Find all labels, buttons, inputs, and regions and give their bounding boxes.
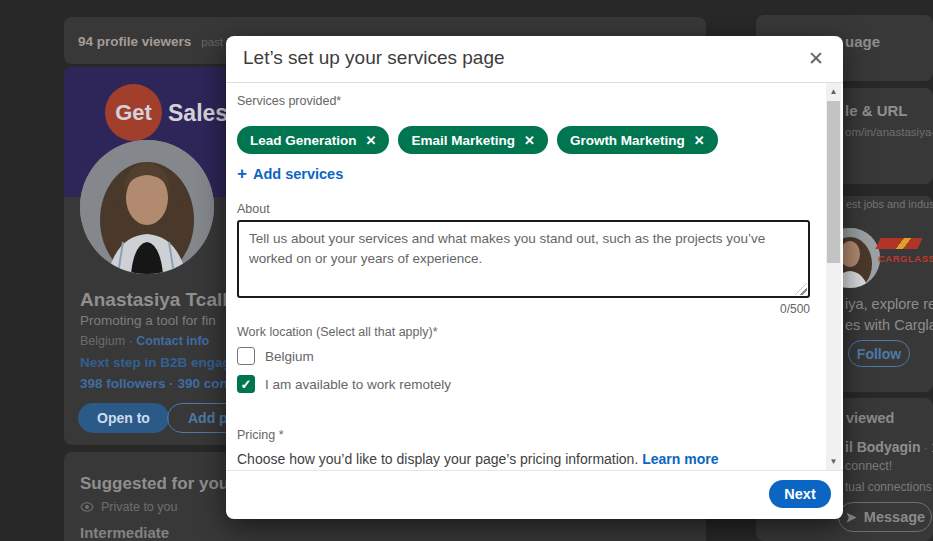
pricing-description-text: Choose how you’d like to display your pa…	[237, 451, 642, 467]
page-root: 94 profile viewerspast 90 da Get Sales A…	[0, 0, 933, 541]
scroll-up-icon[interactable]: ▲	[826, 87, 841, 96]
scroll-down-icon[interactable]: ▼	[826, 457, 841, 466]
public-profile-url-title: le & URL	[845, 102, 908, 119]
plus-icon: +	[237, 164, 247, 184]
carglass-logo: CARGLASS	[878, 238, 933, 264]
checkbox-row-belgium[interactable]: ✓ Belgium	[237, 347, 314, 365]
profile-language-title: uage	[845, 33, 880, 50]
about-label: About	[237, 202, 270, 216]
follow-button[interactable]: Follow	[848, 340, 910, 367]
open-to-button[interactable]: Open to	[78, 403, 169, 433]
banner-text: Sales	[168, 100, 228, 127]
remove-service-icon[interactable]: ✕	[366, 133, 377, 148]
service-pill-label: Email Marketing	[411, 133, 515, 148]
viewer-mutual-connections: tual connections	[845, 480, 932, 494]
modal-title: Let’s set up your services page	[243, 47, 505, 69]
viewer-name-link[interactable]: il Bodyagin	[845, 439, 920, 455]
checkbox-row-remote[interactable]: ✓ I am available to work remotely	[237, 375, 451, 393]
character-counter: 0/500	[780, 302, 810, 316]
carglass-flag-icon	[875, 238, 922, 249]
service-pill-email-marketing[interactable]: Email Marketing ✕	[398, 126, 547, 154]
modal-header: Let’s set up your services page ✕	[226, 36, 843, 83]
next-button[interactable]: Next	[769, 480, 831, 508]
remove-service-icon[interactable]: ✕	[524, 133, 535, 148]
belgium-checkbox[interactable]: ✓	[237, 347, 255, 365]
profile-followers-row: 398 followers · 390 conne	[80, 376, 244, 391]
service-pill-lead-generation[interactable]: Lead Generation ✕	[237, 126, 389, 154]
message-button[interactable]: Message	[838, 502, 932, 532]
remote-checkbox-label: I am available to work remotely	[265, 377, 451, 392]
scrollbar-thumb[interactable]	[827, 101, 840, 263]
service-pill-label: Lead Generation	[250, 133, 357, 148]
profile-location-row: Belgium · Contact info	[80, 334, 209, 348]
check-icon: ✓	[241, 378, 252, 391]
modal-scrollbar[interactable]: ▲ ▼	[826, 83, 841, 470]
profile-photo-illustration	[80, 140, 214, 274]
close-icon[interactable]: ✕	[803, 45, 829, 71]
ad-text-line-2: es with Carglass	[845, 317, 933, 333]
profile-viewers-count: 94 profile viewers	[78, 34, 191, 49]
privacy-label: Private to you	[101, 500, 177, 514]
services-setup-modal: Let’s set up your services page ✕ Servic…	[226, 36, 843, 519]
people-also-viewed-title: viewed	[846, 410, 894, 426]
profile-location: Belgium ·	[80, 334, 136, 348]
banner-badge: Get	[105, 84, 162, 141]
message-button-label: Message	[864, 509, 925, 525]
followers-link[interactable]: 398 followers	[80, 376, 169, 391]
add-services-button[interactable]: + Add services	[237, 164, 343, 184]
services-provided-label: Services provided*	[237, 94, 341, 108]
profile-photo[interactable]	[80, 140, 214, 274]
pricing-description: Choose how you’d like to display your pa…	[237, 451, 718, 467]
services-pill-row: Lead Generation ✕ Email Marketing ✕ Grow…	[237, 126, 718, 154]
pricing-label: Pricing *	[237, 428, 284, 442]
work-location-label: Work location (Select all that apply)*	[237, 325, 438, 339]
suggested-title: Suggested for you	[80, 474, 229, 494]
carglass-brand-name: CARGLASS	[878, 253, 933, 264]
ad-text-line-1: iya, explore relev	[845, 296, 933, 312]
service-pill-label: Growth Marketing	[570, 133, 685, 148]
public-profile-url-value: om/in/anastasiya-	[845, 126, 933, 138]
belgium-checkbox-label: Belgium	[265, 349, 314, 364]
remove-service-icon[interactable]: ✕	[694, 133, 705, 148]
about-textarea[interactable]	[237, 220, 810, 298]
viewer-headline-line-1: connect!	[845, 459, 892, 473]
privacy-row: Private to you	[80, 500, 177, 514]
eye-icon	[80, 500, 94, 514]
ad-tagline: est jobs and industry	[846, 198, 933, 210]
profile-cta-link[interactable]: Next step in B2B engagem	[80, 355, 250, 370]
profile-headline: Promoting a tool for fin	[80, 313, 216, 328]
remote-checkbox[interactable]: ✓	[237, 375, 255, 393]
service-pill-growth-marketing[interactable]: Growth Marketing ✕	[557, 126, 718, 154]
profile-name: Anastasiya Tcall	[80, 289, 228, 311]
viewer-name-row: il Bodyagin· 1s	[845, 438, 933, 456]
add-services-label: Add services	[253, 166, 343, 182]
viewer-degree: · 1s	[923, 441, 933, 455]
contact-info-link[interactable]: Contact info	[136, 334, 209, 348]
learn-more-link[interactable]: Learn more	[642, 451, 718, 467]
suggested-item-label: Intermediate	[80, 524, 169, 541]
footer-divider	[226, 470, 843, 471]
send-icon	[845, 511, 858, 524]
